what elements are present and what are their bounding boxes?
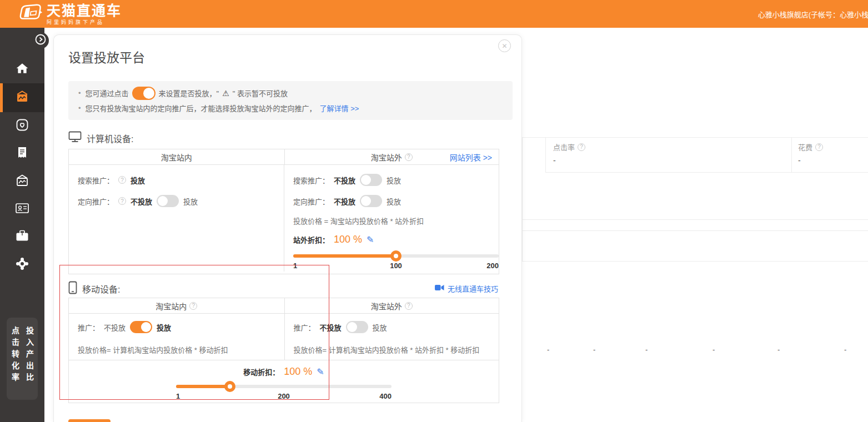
toggle-knob (361, 196, 371, 206)
slider-handle[interactable] (224, 381, 235, 392)
promo-label: 推广： (294, 322, 315, 333)
slider-max-label: 400 (379, 392, 392, 400)
mobile-discount-slider[interactable] (176, 381, 392, 392)
mobile-section-title: 移动设备: (82, 282, 120, 295)
sidebar-item-service[interactable] (0, 251, 44, 279)
computer-out-target-row: 定向推广： 不投放 投放 (284, 190, 499, 212)
cell-value: - (777, 345, 780, 354)
logo-text: 天猫直通车 阿里妈妈旗下产品 (47, 3, 122, 26)
mobile-discount-row: 移动折扣： 100 % (69, 363, 499, 380)
mobile-out-promo-row: 推广： 不投放 投放 (285, 315, 499, 339)
service-gear-icon (15, 257, 29, 273)
id-card-icon (15, 202, 29, 217)
mobile-in-promo-toggle[interactable] (130, 321, 152, 333)
toggle-knob (347, 322, 357, 332)
page: 天猫直通车 阿里妈妈旗下产品 心雅小栈旗舰店(子帐号：心雅小栈旗 (0, 0, 868, 422)
sidebar-item-campaign-active[interactable] (0, 83, 44, 112)
app-logo[interactable]: 天猫直通车 阿里妈妈旗下产品 (19, 3, 122, 26)
bg-left-vborder (522, 137, 523, 261)
bg-upper-col2: 花费 (798, 142, 823, 152)
bg-upper-col1-label: 点击率 (553, 142, 575, 152)
slider-min-label: 1 (293, 262, 297, 270)
confirm-button[interactable] (68, 419, 111, 422)
home-icon (16, 62, 29, 77)
mobile-out-formula: 投放价格= 计算机淘宝站内投放价格 * 站外折扣 * 移动折扣 (285, 339, 499, 359)
bg-table-border-bottom (545, 172, 868, 173)
computer-settings-table: 淘宝站内 淘宝站外 网站列表 >> 搜索推广： 投放 定向推广： (68, 149, 499, 274)
bg-table-vborder-1 (545, 137, 546, 172)
col-out-label: 淘宝站外 (371, 300, 402, 312)
mobile-in-formula: 投放价格= 计算机淘宝站内投放价格 * 移动折扣 (69, 339, 284, 359)
computer-in-target-toggle[interactable] (157, 195, 179, 207)
target-promo-label: 定向推广： (293, 196, 329, 207)
bg-divider-1 (522, 219, 868, 220)
left-sidebar: 点击转化率 投入产出比 (0, 28, 44, 422)
on-label: 投放 (387, 196, 401, 207)
computer-col-out-header: 淘宝站外 网站列表 >> (285, 149, 499, 164)
briefcase-icon (15, 229, 29, 245)
slider-fill (293, 254, 396, 258)
toggle-knob (158, 196, 168, 206)
sidebar-item-creative[interactable] (0, 168, 44, 195)
sidebar-metrics-panel[interactable]: 点击转化率 投入产出比 (7, 318, 38, 400)
slider-handle[interactable] (390, 250, 402, 262)
mobile-discount-section: 移动折扣： 100 % 1 200 400 (69, 360, 499, 402)
mobile-discount-value: 100 % (284, 366, 312, 378)
edit-icon[interactable] (367, 234, 374, 245)
computer-out-column: 搜索推广： 不投放 投放 定向推广： 不投放 投放 投放价格 = 淘宝站内投放价… (284, 165, 499, 272)
computer-in-column: 搜索推广： 投放 定向推广： 不投放 投放 (69, 165, 284, 272)
sidebar-expand-button[interactable] (32, 32, 49, 49)
mobile-discount-label: 移动折扣： (243, 366, 279, 377)
off-label: 不投放 (334, 196, 355, 207)
cell-value: - (593, 345, 595, 354)
modal-info-box: 您可通过点击 来设置是否投放，" " 表示暂不可投放 您只有投放淘宝站内的定向推… (68, 81, 513, 120)
computer-out-search-toggle[interactable] (360, 174, 382, 186)
on-label: 投放 (387, 175, 401, 185)
learn-more-link[interactable]: 了解详情 >> (320, 103, 359, 113)
cell-value: - (844, 345, 846, 354)
phone-icon (68, 281, 77, 297)
help-icon[interactable] (118, 197, 126, 205)
bullet-icon (78, 89, 81, 97)
off-label: 不投放 (334, 175, 355, 185)
help-icon[interactable] (815, 143, 823, 151)
help-icon[interactable] (405, 153, 413, 161)
search-promo-label: 搜索推广： (293, 175, 329, 185)
wireless-tips-label: 无线直通车技巧 (448, 283, 498, 294)
computer-table-header: 淘宝站内 淘宝站外 网站列表 >> (69, 149, 499, 165)
mobile-table-header: 淘宝站内 淘宝站外 (69, 298, 499, 314)
sidebar-item-report[interactable] (0, 140, 44, 168)
on-label: 投放 (183, 196, 198, 207)
site-list-link[interactable]: 网站列表 >> (450, 152, 492, 163)
sidebar-item-home[interactable] (0, 56, 44, 83)
help-icon[interactable] (578, 143, 585, 151)
metric-roi: 投入产出比 (24, 326, 35, 400)
sidebar-item-toolbox[interactable] (0, 223, 44, 251)
bg-divider-3 (522, 261, 868, 262)
sidebar-item-favorites[interactable] (0, 112, 44, 140)
set-platform-modal: 设置投放平台 您可通过点击 来设置是否投放，" " 表示暂不可投放 您只有投放淘… (53, 34, 522, 422)
promo-label: 推广： (78, 322, 99, 333)
sidebar-item-account[interactable] (0, 195, 44, 223)
bg-divider-2 (522, 230, 868, 231)
computer-in-target-row: 定向推广： 不投放 投放 (69, 190, 284, 212)
video-camera-icon (435, 284, 444, 293)
mobile-col-in-header: 淘宝站内 (69, 298, 285, 313)
close-icon[interactable] (498, 39, 511, 52)
wireless-tips-link[interactable]: 无线直通车技巧 (435, 283, 498, 294)
computer-out-target-toggle[interactable] (360, 195, 382, 207)
col-in-label: 淘宝站内 (161, 152, 192, 163)
offsite-discount-slider[interactable] (293, 250, 499, 262)
cell-value: - (713, 345, 715, 354)
edit-icon[interactable] (317, 366, 324, 377)
help-icon[interactable] (118, 176, 126, 184)
cell-value: - (547, 345, 549, 354)
mobile-out-promo-toggle[interactable] (346, 321, 368, 333)
col-in-label: 淘宝站内 (155, 300, 187, 312)
help-icon[interactable] (189, 302, 197, 310)
computer-table-body: 搜索推广： 投放 定向推广： 不投放 投放 搜索推广： (69, 165, 499, 272)
help-icon[interactable] (405, 302, 413, 310)
account-name[interactable]: 心雅小栈旗舰店(子帐号：心雅小栈旗 (758, 9, 868, 19)
offsite-discount-label: 站外折扣： (293, 234, 329, 245)
off-label: 不投放 (104, 322, 126, 333)
